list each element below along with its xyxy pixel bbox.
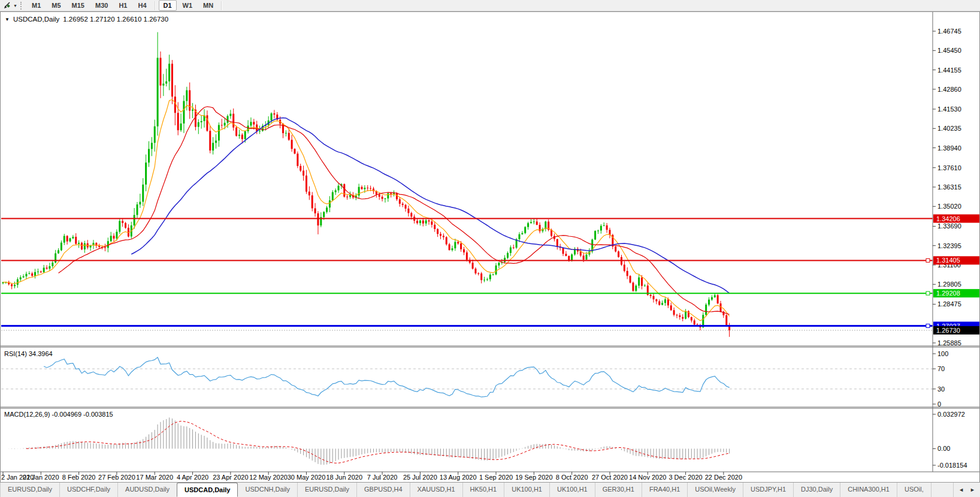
- chart-tab-usdjpy-h1[interactable]: USDJPY,H1: [743, 483, 794, 497]
- svg-text:1.34206: 1.34206: [936, 215, 960, 222]
- cursor-tool-dropdown[interactable]: ▼: [12, 1, 19, 10]
- chart-tab-china300-h1[interactable]: CHINA300,H1: [840, 483, 897, 497]
- macd-axis: 0.0329720.00-0.018154: [933, 411, 967, 469]
- svg-text:1.45450: 1.45450: [937, 47, 961, 54]
- svg-text:1.40235: 1.40235: [937, 125, 961, 132]
- candlestick-series: [2, 32, 731, 337]
- cursor-tool-button[interactable]: [1, 1, 12, 10]
- collapse-icon[interactable]: ▼: [5, 16, 10, 23]
- timeframe-button-h4[interactable]: H4: [133, 0, 151, 11]
- svg-text:7 Jul 2020: 7 Jul 2020: [367, 474, 398, 481]
- svg-text:1.37610: 1.37610: [937, 164, 961, 171]
- svg-text:1.36315: 1.36315: [937, 183, 961, 191]
- svg-text:30: 30: [937, 385, 945, 393]
- chart-tab-eurusd-daily[interactable]: EURUSD,Daily: [298, 483, 357, 497]
- chart-tab-audusd-daily[interactable]: AUDUSD,Daily: [118, 483, 177, 497]
- moving-average-45: [131, 118, 729, 294]
- svg-text:1.32395: 1.32395: [937, 242, 961, 249]
- svg-text:3 Dec 2020: 3 Dec 2020: [669, 474, 702, 481]
- chart-tab-xauusd-h1[interactable]: XAUUSD,H1: [410, 483, 463, 497]
- rsi-indicator-label: RSI(14) 34.3964: [4, 350, 53, 357]
- rsi-axis: 10070300: [933, 350, 948, 408]
- svg-text:19 Sep 2020: 19 Sep 2020: [515, 474, 552, 481]
- chart-tab-uk100-h1[interactable]: UK100,H1: [504, 483, 550, 497]
- chart-tab-hk50-h1[interactable]: HK50,H1: [463, 483, 505, 497]
- svg-text:70: 70: [937, 365, 945, 372]
- svg-text:100: 100: [937, 350, 948, 357]
- macd-signal-line: [26, 421, 730, 463]
- svg-text:1.29208: 1.29208: [936, 290, 960, 297]
- chart-tab-usdcnh-daily[interactable]: USDCNH,Daily: [238, 483, 298, 497]
- chart-symbol-label: USDCAD,Daily: [13, 16, 59, 23]
- chart-tab-eurusd-daily[interactable]: EURUSD,Daily: [0, 483, 60, 497]
- chart-title: ▼ USDCAD,Daily 1.26952 1.27120 1.26610 1…: [5, 16, 168, 23]
- toolbar-grip: [20, 2, 23, 10]
- chart-window: 1.467451.454501.441551.428601.415301.402…: [0, 11, 980, 482]
- price-chart-canvas[interactable]: 1.467451.454501.441551.428601.415301.402…: [1, 12, 979, 482]
- svg-text:22 Dec 2020: 22 Dec 2020: [705, 474, 742, 481]
- svg-text:8 Feb 2020: 8 Feb 2020: [62, 474, 96, 481]
- chart-tab-usoil-weekly[interactable]: USOil,Weekly: [688, 483, 743, 497]
- svg-text:1 Sep 2020: 1 Sep 2020: [479, 474, 513, 481]
- macd-indicator-label: MACD(12,26,9) -0.004969 -0.003815: [4, 411, 113, 418]
- svg-text:1.38940: 1.38940: [937, 144, 961, 152]
- top-toolbar: ▼ M1M5M15M30H1H4D1W1MN: [0, 0, 980, 11]
- timeframe-button-mn[interactable]: MN: [198, 0, 218, 11]
- timeframe-toolbar: M1M5M15M30H1H4D1W1MN: [26, 0, 225, 11]
- svg-text:18 Jun 2020: 18 Jun 2020: [326, 474, 363, 481]
- timeframe-button-w1[interactable]: W1: [178, 0, 198, 11]
- svg-text:23 Apr 2020: 23 Apr 2020: [213, 474, 248, 481]
- svg-text:1.25885: 1.25885: [937, 339, 961, 347]
- svg-text:-0.018154: -0.018154: [937, 462, 967, 469]
- timeframe-button-m15[interactable]: M15: [67, 0, 89, 11]
- chart-tab-fra40-h1[interactable]: FRA40,H1: [642, 483, 688, 497]
- svg-text:4 Apr 2020: 4 Apr 2020: [177, 474, 208, 481]
- tab-scroll-left-icon[interactable]: ◄: [958, 487, 964, 493]
- timeframe-button-h1[interactable]: H1: [114, 0, 132, 11]
- svg-text:1.41530: 1.41530: [937, 106, 961, 113]
- svg-text:13 Aug 2020: 13 Aug 2020: [440, 474, 477, 481]
- tab-scroll-right-icon[interactable]: ►: [970, 487, 975, 493]
- svg-text:1.28475: 1.28475: [937, 300, 961, 308]
- svg-text:0: 0: [937, 400, 941, 408]
- chart-tab-dj30-daily[interactable]: DJ30,Daily: [794, 483, 840, 497]
- svg-text:27 Oct 2020: 27 Oct 2020: [592, 474, 628, 481]
- svg-text:30 May 2020: 30 May 2020: [288, 474, 326, 481]
- svg-text:1.42860: 1.42860: [937, 86, 961, 93]
- svg-text:8 Oct 2020: 8 Oct 2020: [556, 474, 588, 481]
- macd-histogram: [3, 417, 730, 465]
- chart-tab-gbpusd-h4[interactable]: GBPUSD,H4: [357, 483, 410, 497]
- timeframe-button-m5[interactable]: M5: [47, 0, 65, 11]
- chart-ohlc-values: 1.26952 1.27120 1.26610 1.26730: [63, 16, 168, 23]
- hline-handle[interactable]: [926, 324, 930, 328]
- chart-tab-uk100-h1[interactable]: UK100,H1: [550, 483, 595, 497]
- svg-text:12 May 2020: 12 May 2020: [249, 474, 288, 481]
- svg-text:14 Nov 2020: 14 Nov 2020: [629, 474, 666, 481]
- timeframe-button-m30[interactable]: M30: [90, 0, 113, 11]
- current-price-label: 1.26730: [933, 326, 979, 335]
- rsi-level-lines: [1, 369, 933, 389]
- hline-handle[interactable]: [926, 291, 930, 295]
- tab-scroll-buttons: ◄ ►: [953, 483, 980, 497]
- timeframe-button-d1[interactable]: D1: [159, 0, 177, 11]
- svg-text:0.032972: 0.032972: [937, 411, 965, 418]
- timeframe-button-m1[interactable]: M1: [27, 0, 46, 11]
- svg-text:1.46745: 1.46745: [937, 28, 961, 35]
- rsi-line: [44, 357, 729, 397]
- cursor-tool-icon: [3, 2, 11, 10]
- chart-tabs-bar: EURUSD,DailyUSDCHF,DailyAUDUSD,DailyUSDC…: [0, 482, 980, 497]
- svg-text:25 Jul 2020: 25 Jul 2020: [403, 474, 437, 481]
- toolbar-separator: [155, 1, 156, 10]
- svg-text:21 Jan 2020: 21 Jan 2020: [23, 474, 59, 481]
- svg-text:1.29805: 1.29805: [937, 281, 961, 288]
- chart-tab-ger30-h1[interactable]: GER30,H1: [595, 483, 642, 497]
- svg-text:1.26730: 1.26730: [936, 327, 960, 334]
- toolbar-separator: [221, 1, 222, 10]
- hline-handle[interactable]: [926, 258, 930, 262]
- svg-text:1.33690: 1.33690: [937, 222, 961, 230]
- chart-tab-usoil-[interactable]: USOil,: [897, 483, 931, 497]
- svg-text:1.35020: 1.35020: [937, 203, 961, 210]
- chart-tab-usdchf-daily[interactable]: USDCHF,Daily: [60, 483, 118, 497]
- chart-tab-usdcad-daily[interactable]: USDCAD,Daily: [177, 483, 238, 497]
- line-price-labels: 1.342061.314051.292081.27027: [933, 215, 979, 330]
